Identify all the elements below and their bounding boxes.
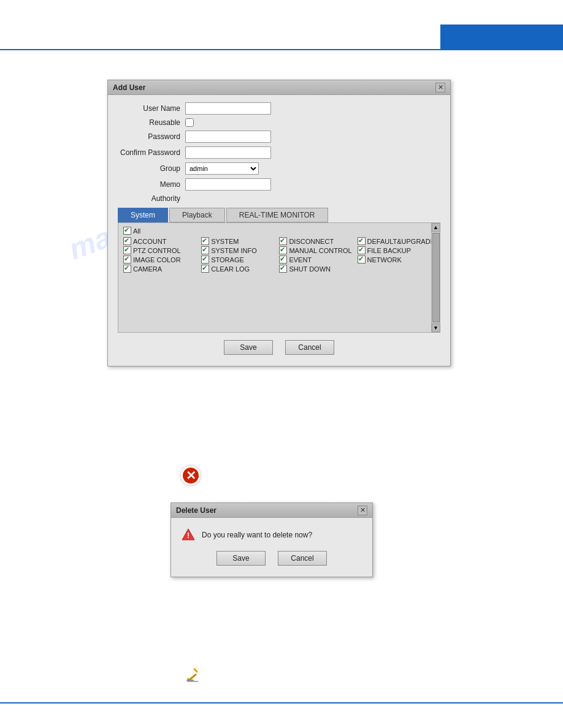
perm-sysinfo-label: SYSTEM INFO [211,247,257,254]
add-user-body: User Name Reusable Password Confirm Pass… [108,95,450,366]
perm-system-label: SYSTEM [211,238,239,245]
perm-grid: ACCOUNT SYSTEM DISCONNECT DEFAULT&UPGRAD… [123,237,435,273]
add-user-close-button[interactable]: ✕ [435,83,445,93]
scroll-down-arrow[interactable]: ▼ [432,324,440,332]
username-input[interactable] [185,102,271,115]
delete-user-body: ! Do you really want to delete now? Save… [171,518,372,577]
perm-shutdown-label: SHUT DOWN [289,265,331,273]
perm-network-checkbox[interactable] [358,256,366,264]
tab-realtime[interactable]: REAL-TIME MONITOR [226,208,328,222]
perm-item: SHUT DOWN [279,265,354,273]
group-select[interactable]: admin [185,162,259,175]
top-bar [440,25,563,49]
perm-image-checkbox[interactable] [123,256,131,264]
authority-row: Authority [118,194,440,203]
confirm-password-input[interactable] [185,146,271,159]
authority-label: Authority [118,194,185,203]
perm-storage-label: STORAGE [211,256,244,264]
reusable-label: Reusable [118,118,185,127]
permissions-scrollbar[interactable]: ▲ ▼ [431,223,440,332]
perm-item: STORAGE [201,256,277,264]
perm-system-checkbox[interactable] [201,237,209,245]
add-user-buttons: Save Cancel [118,340,440,355]
perm-item: CLEAR LOG [201,265,277,273]
add-user-dialog: Add User ✕ User Name Reusable Password C… [107,80,451,366]
perm-item: DISCONNECT [279,237,354,245]
perm-item: IMAGE COLOR [123,256,199,264]
memo-label: Memo [118,180,185,189]
delete-icon-button[interactable]: ✕ [181,466,201,485]
delete-user-title-bar: Delete User ✕ [171,503,372,518]
perm-event-label: EVENT [289,256,312,264]
delete-user-close-button[interactable]: ✕ [358,506,367,515]
delete-user-message-row: ! Do you really want to delete now? [181,528,362,542]
reusable-checkbox[interactable] [185,118,194,127]
tab-system[interactable]: System [118,208,168,222]
password-input[interactable] [185,131,271,143]
perm-item: DEFAULT&UPGRADE [358,237,435,245]
delete-icon-area: ✕ [181,466,205,490]
tab-playback[interactable]: Playback [169,208,225,222]
scroll-up-arrow[interactable]: ▲ [432,223,440,232]
perm-item: SYSTEM [201,237,277,245]
perm-ptz-label: PTZ CONTROL [133,247,181,254]
perm-camera-checkbox[interactable] [123,265,131,273]
password-row: Password [118,131,440,143]
perm-item: EVENT [279,256,354,264]
perm-item: PTZ CONTROL [123,246,199,254]
scroll-thumb[interactable] [432,233,440,322]
group-row: Group admin [118,162,440,175]
delete-user-dialog: Delete User ✕ ! Do you really want to de… [170,502,373,577]
edit-icon[interactable] [185,665,202,683]
perm-all-checkbox[interactable] [123,227,131,235]
svg-marker-3 [193,668,198,673]
add-user-save-button[interactable]: Save [224,340,273,355]
perm-disconnect-checkbox[interactable] [279,237,287,245]
top-line [0,49,563,50]
perm-manual-checkbox[interactable] [279,246,287,254]
memo-row: Memo [118,178,440,191]
perm-sysinfo-checkbox[interactable] [201,246,209,254]
permissions-area: All ACCOUNT SYSTEM DISCONNECT D [118,222,440,333]
password-label: Password [118,132,185,141]
add-user-title: Add User [113,83,145,92]
reusable-row: Reusable [118,118,440,127]
perm-default-upgrade-label: DEFAULT&UPGRADE [367,238,435,245]
perm-camera-label: CAMERA [133,265,162,273]
delete-user-cancel-button[interactable]: Cancel [278,551,327,566]
perm-account-label: ACCOUNT [133,238,166,245]
perm-manual-label: MANUAL CONTROL [289,247,351,254]
warning-icon: ! [181,528,196,542]
perm-file-backup-checkbox[interactable] [358,246,366,254]
add-user-cancel-button[interactable]: Cancel [285,340,334,355]
delete-user-title: Delete User [176,506,216,515]
confirm-password-row: Confirm Password [118,146,440,159]
perm-image-label: IMAGE COLOR [133,256,181,264]
bottom-line [0,702,563,703]
perm-account-checkbox[interactable] [123,237,131,245]
perm-item: MANUAL CONTROL [279,246,354,254]
perm-network-label: NETWORK [367,256,402,264]
add-user-title-bar: Add User ✕ [108,80,450,95]
username-row: User Name [118,102,440,115]
edit-icon-area [181,662,205,686]
perm-clearlog-checkbox[interactable] [201,265,209,273]
perm-file-backup-label: FILE BACKUP [367,247,412,254]
svg-text:!: ! [187,531,190,540]
group-label: Group [118,164,185,173]
perm-all-row: All [123,227,435,235]
delete-user-save-button[interactable]: Save [216,551,266,566]
memo-input[interactable] [185,178,271,191]
perm-all-label: All [133,227,140,235]
perm-item: NETWORK [358,256,435,264]
perm-default-upgrade-checkbox[interactable] [358,237,366,245]
perm-item: FILE BACKUP [358,246,435,254]
perm-event-checkbox[interactable] [279,256,287,264]
perm-item: ACCOUNT [123,237,199,245]
confirm-password-label: Confirm Password [118,148,185,157]
tab-bar: System Playback REAL-TIME MONITOR [118,208,440,222]
perm-shutdown-checkbox[interactable] [279,265,287,273]
perm-storage-checkbox[interactable] [201,256,209,264]
username-label: User Name [118,104,185,113]
perm-ptz-checkbox[interactable] [123,246,131,254]
